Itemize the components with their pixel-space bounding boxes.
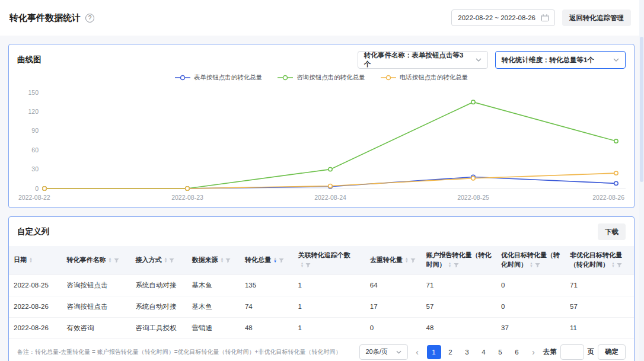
y-tick-label: 90	[31, 127, 39, 134]
sort-icon[interactable]: ▲▼	[530, 262, 533, 268]
x-tick-label: 2022-08-24	[314, 194, 346, 201]
page-size-value: 20条/页	[366, 347, 388, 356]
back-button[interactable]: 返回转化追踪管理	[562, 9, 631, 26]
column-header[interactable]: 账户报告转化量（转化时间）▲▼	[422, 246, 496, 274]
legend-item[interactable]: 表单按钮点击的转化总量	[175, 74, 263, 82]
data-point[interactable]	[329, 167, 332, 171]
event-name-select[interactable]: 转化事件名称：表单按钮点击等3个	[358, 51, 488, 69]
chevron-down-icon	[613, 58, 619, 62]
column-header[interactable]: 关联转化追踪个数▲▼	[294, 246, 365, 274]
topbar: 转化事件数据统计 ? 2022-08-22 ~ 2022-08-26 返回转化追…	[0, 0, 644, 36]
chart-card: 曲线图 转化事件名称：表单按钮点击等3个 转化统计维度：转化总量等1个 表单按钮…	[8, 44, 635, 208]
y-tick-label: 120	[28, 108, 39, 115]
table-cell: 0	[496, 274, 565, 296]
vertical-scrollbar[interactable]	[639, 0, 644, 361]
page-button-1[interactable]: 1	[427, 345, 441, 359]
page-button-2[interactable]: 2	[444, 345, 458, 359]
page-size-select[interactable]: 20条/页	[359, 344, 408, 360]
date-range-value: 2022-08-22 ~ 2022-08-26	[458, 14, 535, 21]
legend-marker-icon	[381, 75, 396, 81]
page-title: 转化事件数据统计	[9, 12, 81, 24]
legend-item[interactable]: 咨询按钮点击的转化总量	[278, 74, 365, 82]
x-tick-label: 2022-08-26	[592, 194, 624, 201]
filter-icon[interactable]	[454, 263, 459, 268]
column-header[interactable]: 去重转化量▲▼	[365, 246, 422, 274]
content: 曲线图 转化事件名称：表单按钮点击等3个 转化统计维度：转化总量等1个 表单按钮…	[0, 36, 639, 361]
column-label: 转化总量	[245, 256, 271, 263]
legend-item[interactable]: 电话按钮点击的转化总量	[381, 74, 468, 82]
prev-page-button[interactable]: ‹	[412, 344, 423, 360]
sort-icon[interactable]: ▲▼	[405, 257, 409, 263]
download-button[interactable]: 下载	[598, 223, 626, 240]
sort-icon[interactable]: ▲▼	[29, 257, 33, 263]
data-point[interactable]	[614, 171, 618, 175]
column-header[interactable]: 接入方式▲▼	[131, 246, 187, 274]
column-label: 账户报告转化量（转化时间）	[426, 251, 492, 268]
table-cell: 71	[565, 274, 634, 296]
table-row[interactable]: 2022-08-25咨询按钮点击系统自动对接基木鱼13516471071	[9, 274, 634, 296]
table-cell: 71	[422, 274, 496, 296]
table-cell: 1	[294, 274, 365, 296]
sort-icon[interactable]: ▲▼	[448, 262, 452, 268]
data-point[interactable]	[43, 187, 46, 190]
page-button-3[interactable]: 3	[460, 345, 474, 359]
sort-icon[interactable]: ▲▼	[164, 257, 168, 263]
column-header[interactable]: 优化目标转化量（转化时间）▲▼	[496, 246, 565, 274]
help-icon[interactable]: ?	[85, 14, 94, 23]
column-header[interactable]: 日期▲▼	[9, 246, 62, 274]
next-page-button[interactable]: ›	[528, 344, 540, 360]
table-cell: 57	[565, 296, 634, 317]
table-card: 自定义列 下载 日期▲▼转化事件名称▲▼接入方式▲▼数据来源▲▼转化总量▲▼关联…	[8, 216, 635, 361]
table-cell: 11	[565, 317, 634, 338]
sort-icon[interactable]: ▲▼	[109, 257, 112, 263]
chart-legend: 表单按钮点击的转化总量咨询按钮点击的转化总量电话按钮点击的转化总量	[9, 74, 634, 82]
page-button-6[interactable]: 6	[510, 345, 524, 359]
table-row[interactable]: 2022-08-26有效咨询咨询工具授权营销通4810483711	[9, 317, 634, 338]
table-cell: 0	[365, 317, 422, 338]
y-tick-label: 0	[35, 185, 39, 192]
jump-prefix-label: 去第	[543, 347, 557, 356]
filter-icon[interactable]	[617, 263, 622, 268]
column-header[interactable]: 数据来源▲▼	[187, 246, 240, 274]
filter-icon[interactable]	[279, 258, 284, 263]
data-point[interactable]	[471, 100, 475, 104]
table-row[interactable]: 2022-08-26咨询按钮点击系统自动对接基木鱼7411757057	[9, 296, 634, 317]
filter-icon[interactable]	[169, 258, 174, 263]
filter-icon[interactable]	[535, 263, 540, 268]
filter-icon[interactable]	[305, 263, 311, 268]
table-cell: 营销通	[187, 317, 240, 338]
page-button-4[interactable]: 4	[477, 345, 491, 359]
data-point[interactable]	[471, 177, 475, 180]
data-point[interactable]	[186, 187, 189, 190]
data-point[interactable]	[614, 139, 618, 143]
line-chart: 03060901201502022-08-222022-08-232022-08…	[17, 84, 626, 204]
sort-icon[interactable]: ▲▼	[611, 262, 615, 268]
column-header[interactable]: 转化事件名称▲▼	[62, 246, 131, 274]
sort-icon[interactable]: ▲▼	[220, 257, 224, 263]
data-point[interactable]	[329, 184, 332, 187]
calendar-icon	[541, 14, 549, 21]
table-cell: 48	[240, 317, 294, 338]
sort-icon[interactable]: ▲▼	[273, 257, 277, 263]
column-header[interactable]: 转化总量▲▼	[240, 246, 294, 274]
confirm-button[interactable]: 确定	[598, 344, 626, 360]
filter-icon[interactable]	[225, 258, 231, 263]
stat-dimension-select-value: 转化统计维度：转化总量等1个	[502, 56, 594, 65]
scrollbar-thumb[interactable]	[640, 37, 643, 182]
page-button-5[interactable]: 5	[493, 345, 508, 359]
table-footer: 备注：转化总量-去重转化量 = 账户报告转化量（转化时间）=优化目标转化量（转化…	[9, 338, 634, 361]
stat-dimension-select[interactable]: 转化统计维度：转化总量等1个	[495, 51, 626, 69]
sort-icon[interactable]: ▲▼	[301, 262, 304, 268]
date-range-picker[interactable]: 2022-08-22 ~ 2022-08-26	[451, 9, 555, 26]
legend-label: 电话按钮点击的转化总量	[400, 74, 468, 82]
table-cell: 57	[422, 296, 496, 317]
filter-icon[interactable]	[114, 258, 119, 263]
x-tick-label: 2022-08-22	[18, 194, 50, 201]
table-card-title: 自定义列	[17, 226, 49, 237]
data-point[interactable]	[614, 181, 618, 185]
column-header[interactable]: 非优化目标转化量（转化时间）▲▼	[565, 246, 634, 274]
page-buttons: 123456	[427, 345, 524, 359]
page-jump-input[interactable]	[560, 344, 584, 360]
filter-icon[interactable]	[410, 258, 416, 263]
table-cell: 咨询按钮点击	[62, 296, 131, 317]
